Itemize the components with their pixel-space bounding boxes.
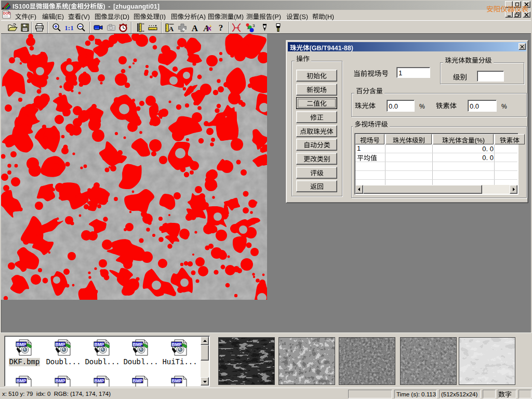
svg-text:A: A (169, 25, 174, 33)
svg-text:3: 3 (252, 23, 255, 28)
svg-text:BMP: BMP (17, 378, 26, 383)
svg-text:BMP: BMP (172, 378, 182, 383)
svg-text:A: A (203, 24, 209, 33)
svg-text:BMP: BMP (56, 342, 65, 347)
svg-text:BMP: BMP (95, 342, 104, 347)
svg-text:BMP: BMP (17, 342, 26, 347)
svg-text:DOC: DOC (3, 11, 11, 15)
svg-text:BMP: BMP (133, 378, 143, 383)
svg-text:A: A (192, 23, 198, 33)
svg-text:BMP: BMP (172, 342, 182, 347)
svg-text:BMP: BMP (56, 378, 65, 383)
svg-text:1: 1 (247, 25, 249, 30)
svg-text:?: ? (219, 23, 223, 33)
svg-text:BMP: BMP (133, 342, 143, 347)
svg-text:1:1: 1:1 (64, 24, 73, 32)
svg-text:BMP: BMP (95, 378, 104, 383)
